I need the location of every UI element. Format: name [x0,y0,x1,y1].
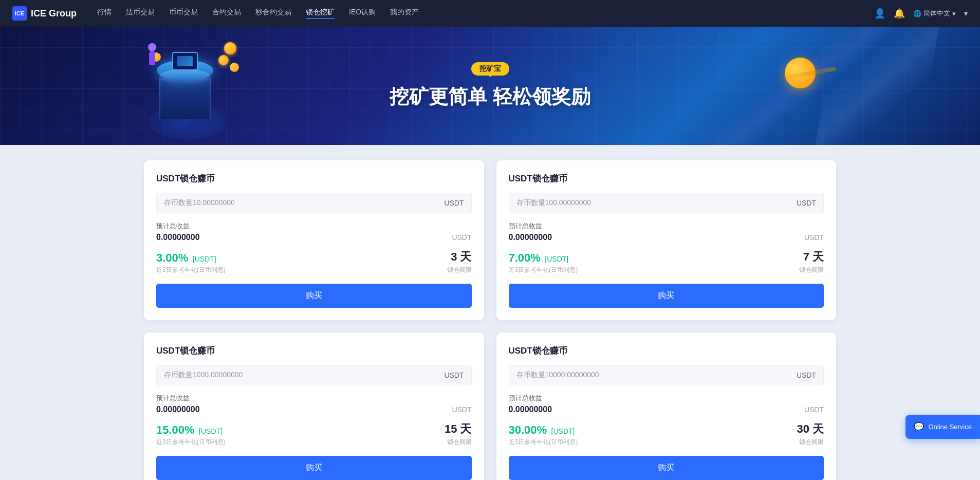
card-4-days-sub: 锁仓期限 [797,438,824,447]
hero-content: 挖矿宝 挖矿更简单 轻松领奖励 [390,62,590,110]
sidebar-item-contract[interactable]: 合约交易 [212,8,241,19]
sidebar-item-assets[interactable]: 我的资产 [390,8,419,19]
card-3-days-section: 15 天 锁仓期限 [445,421,472,447]
card-3-amount: 存币数量1000.00000000 [164,371,444,380]
card-1-days-sub: 锁仓期限 [447,266,472,274]
card-1-days: 3 天 [447,249,472,265]
card-1-rate-unit: [USDT] [193,255,216,263]
hero-illustration [144,32,247,145]
brand-name: ICE Group [31,8,77,19]
card-2-earnings-row: 0.00000000 USDT [509,233,824,242]
card-1-buy-button[interactable]: 购买 [156,284,472,308]
card-2-currency: USDT [797,199,816,207]
card-3-days: 15 天 [445,421,472,437]
sidebar-item-fiat[interactable]: 法币交易 [126,8,155,19]
card-4-earnings-currency: USDT [804,405,824,414]
card-2-days: 7 天 [799,249,824,265]
card-4-stats-row: 30.00% [USDT] 近3日参考年化(日币利息) 30 天 锁仓期限 [509,421,824,447]
card-3-stats-row: 15.00% [USDT] 近3日参考年化(日币利息) 15 天 锁仓期限 [156,421,472,447]
card-1-earnings-row: 0.00000000 USDT [156,233,472,242]
card-1-rate-sub: 近3日参考年化(日币利息) [156,266,226,274]
card-4-earnings-label: 预计总收益 [509,394,824,403]
navbar: ICE ICE Group 行情 法币交易 币币交易 合约交易 秒合约交易 锁仓… [0,0,980,27]
card-4-title: USDT锁仓赚币 [509,345,824,357]
card-2-earnings-value: 0.00000000 [509,233,552,242]
sidebar-item-coin[interactable]: 币币交易 [169,8,198,19]
card-1-earnings-value: 0.00000000 [156,233,200,242]
card-4-rate-unit: [USDT] [551,427,575,435]
nav-links: 行情 法币交易 币币交易 合约交易 秒合约交易 锁仓挖矿 IEO认购 我的资产 [97,8,874,19]
sidebar-item-market[interactable]: 行情 [97,8,112,19]
online-service-button[interactable]: 💬 Online Service [905,415,980,439]
mining-card-1: USDT锁仓赚币 存币数量10.00000000 USDT 预计总收益 0.00… [144,160,484,320]
card-1-earnings-currency: USDT [452,233,471,242]
card-2-days-section: 7 天 锁仓期限 [799,249,824,274]
card-1-rate: 3.00% [156,251,188,264]
language-selector[interactable]: 🌐 简体中文 ▾ [913,9,956,18]
card-2-rate: 7.00% [509,251,541,264]
card-4-rate-section: 30.00% [USDT] 近3日参考年化(日币利息) [509,423,578,447]
card-3-buy-button[interactable]: 购买 [156,456,472,480]
main-content: USDT锁仓赚币 存币数量10.00000000 USDT 预计总收益 0.00… [0,145,980,480]
card-4-rate-sub: 近3日参考年化(日币利息) [509,438,578,447]
lang-label: 简体中文 [923,9,950,18]
mining-card-4: USDT锁仓赚币 存币数量10000.00000000 USDT 预计总收益 0… [496,333,837,480]
card-4-currency: USDT [797,371,816,379]
sidebar-item-fast-contract[interactable]: 秒合约交易 [255,8,291,19]
card-3-rate-unit: [USDT] [199,427,223,435]
card-3-title: USDT锁仓赚币 [156,345,472,357]
card-4-days-section: 30 天 锁仓期限 [797,421,824,447]
card-1-rate-section: 3.00% [USDT] 近3日参考年化(日币利息) [156,251,226,274]
card-1-currency: USDT [444,199,464,207]
card-2-input-row: 存币数量100.00000000 USDT [509,193,824,213]
card-3-earnings-currency: USDT [452,405,471,414]
mining-card-3: USDT锁仓赚币 存币数量1000.00000000 USDT 预计总收益 0.… [144,333,484,480]
card-1-earnings-label: 预计总收益 [156,221,472,231]
nav-right: 👤 🔔 🌐 简体中文 ▾ ▾ [874,8,968,19]
nav-logo[interactable]: ICE ICE Group [12,6,77,21]
card-1-stats-row: 3.00% [USDT] 近3日参考年化(日币利息) 3 天 锁仓期限 [156,249,472,274]
card-4-earnings-value: 0.00000000 [509,405,552,414]
card-2-title: USDT锁仓赚币 [509,173,824,184]
card-1-title: USDT锁仓赚币 [156,173,472,184]
card-4-days: 30 天 [797,421,824,437]
card-3-earnings-label: 预计总收益 [156,394,472,403]
card-3-input-row: 存币数量1000.00000000 USDT [156,365,472,385]
card-3-earnings-row: 0.00000000 USDT [156,405,472,414]
card-2-earnings-label: 预计总收益 [509,221,824,231]
card-2-days-sub: 锁仓期限 [799,266,824,274]
card-4-rate: 30.00% [509,423,547,436]
card-1-input-row: 存币数量10.00000000 USDT [156,193,472,213]
online-service-label: Online Service [928,423,972,431]
card-3-rate-sub: 近3日参考年化(日币利息) [156,438,226,447]
user-icon[interactable]: 👤 [874,8,885,19]
card-2-earnings-currency: USDT [804,233,824,242]
mining-card-2: USDT锁仓赚币 存币数量100.00000000 USDT 预计总收益 0.0… [496,160,837,320]
card-4-buy-button[interactable]: 购买 [509,456,824,480]
hero-badge: 挖矿宝 [471,62,509,76]
sidebar-item-ieo[interactable]: IEO认购 [349,8,376,19]
card-3-rate: 15.00% [156,423,195,436]
card-4-amount: 存币数量10000.00000000 [516,371,797,380]
more-icon[interactable]: ▾ [964,9,968,17]
hero-diagonal-2 [816,27,939,145]
bell-icon[interactable]: 🔔 [894,8,905,19]
card-grid: USDT锁仓赚币 存币数量10.00000000 USDT 预计总收益 0.00… [144,160,836,480]
chat-icon: 💬 [914,422,924,432]
card-2-stats-row: 7.00% [USDT] 近3日参考年化(日币利息) 7 天 锁仓期限 [509,249,824,274]
card-1-days-section: 3 天 锁仓期限 [447,249,472,274]
sidebar-item-mining[interactable]: 锁仓挖矿 [306,8,335,19]
card-1-amount: 存币数量10.00000000 [164,198,444,208]
card-3-currency: USDT [444,371,464,379]
logo-icon: ICE [12,6,27,21]
card-4-input-row: 存币数量10000.00000000 USDT [509,365,824,385]
card-2-rate-unit: [USDT] [545,255,568,263]
card-4-earnings-row: 0.00000000 USDT [509,405,824,414]
hero-title: 挖矿更简单 轻松领奖励 [390,84,590,110]
chevron-down-icon: ▾ [952,10,956,17]
card-2-amount: 存币数量100.00000000 [516,198,797,208]
card-2-buy-button[interactable]: 购买 [509,284,824,308]
card-3-earnings-value: 0.00000000 [156,405,200,414]
card-2-rate-section: 7.00% [USDT] 近3日参考年化(日币利息) [509,251,578,274]
hero-banner: 挖矿宝 挖矿更简单 轻松领奖励 [0,27,980,145]
